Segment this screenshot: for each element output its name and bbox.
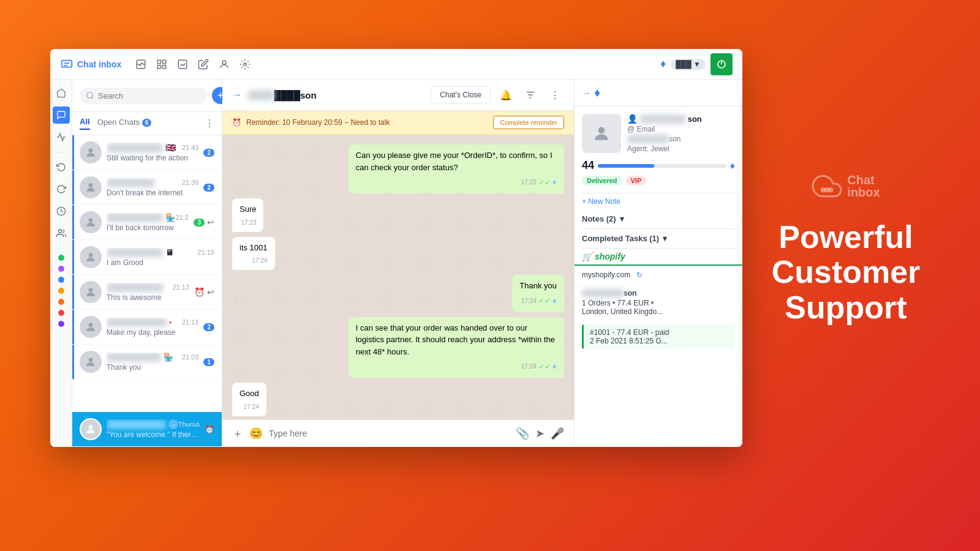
close-chat-button[interactable]: Chat's Close [431, 86, 491, 103]
store-icon: 🏪 [165, 213, 175, 222]
customer-name: 👤 ████████son [627, 114, 735, 124]
diamond-icon: ♦ [660, 58, 666, 70]
sidebar-icon-chat[interactable] [53, 107, 70, 124]
order-item[interactable]: #1001 - 77.4 EUR - paid 2 Feb 2021 8:51:… [582, 324, 735, 349]
svg-point-11 [87, 92, 92, 98]
chat-tab-menu[interactable]: ⋮ [205, 118, 214, 129]
sidebar-icons [50, 80, 72, 447]
svg-point-7 [244, 62, 247, 66]
message-time: 17:24 ✓✓ ♦ [356, 360, 557, 373]
brand-logo-large: Chat inbox [812, 171, 880, 201]
app-logo: Chat inbox [60, 58, 121, 71]
add-input-button[interactable]: ＋ [232, 426, 243, 441]
customer-info: 👤 ████████son @ Email ████████son Agent:… [627, 114, 735, 153]
message-time: 17:24 [239, 256, 268, 265]
dot-green [58, 255, 64, 261]
completed-tasks-section[interactable]: Completed Tasks (1) ▾ [575, 229, 742, 248]
message-bubble: Sure 17:23 [232, 198, 263, 232]
shopify-refresh-button[interactable]: ↻ [636, 271, 643, 279]
diamond-icon4: ♦ [552, 360, 557, 373]
list-item[interactable]: ████████en 🏪 21:03 Thank you 1 [72, 345, 222, 380]
svg-rect-1 [158, 60, 161, 63]
filter-button[interactable] [521, 86, 540, 104]
shopify-tab[interactable]: 🛒 shopify [575, 249, 742, 266]
sidebar-icon-home[interactable] [53, 84, 70, 102]
svg-rect-2 [163, 60, 166, 63]
complete-reminder-button[interactable]: Complete reminder [493, 116, 564, 129]
chat-preview: Don't break the internet [107, 189, 198, 197]
sidebar-icon-stats[interactable] [53, 129, 70, 146]
tab-all[interactable]: All [80, 117, 90, 130]
dot-blue [58, 277, 64, 283]
grid-icon[interactable] [154, 57, 169, 72]
right-panel: → ♦ 👤 ████████son @ Email [574, 80, 742, 447]
emoji-button[interactable]: 😊 [249, 427, 263, 440]
chat-info: ████████ood ● 21:11 Make my day, please [107, 318, 198, 337]
chat-info: ████████sel 🖥 21:15 I am Grood [107, 248, 214, 267]
sidebar-icon-clock[interactable] [53, 203, 70, 220]
inbox-icon[interactable] [134, 57, 148, 72]
power-button[interactable] [710, 53, 733, 75]
avatar [80, 246, 102, 268]
chat-meta: 1 [203, 358, 214, 366]
list-item[interactable]: ████████sel 🖥 21:15 I am Grood [72, 240, 222, 275]
list-item[interactable]: ████████ely 21:13 This is awesome ⏰ ↩ [72, 275, 222, 310]
sidebar-divider-2 [55, 248, 67, 249]
edit-icon[interactable] [196, 57, 211, 72]
list-item[interactable]: ████████ood ● 21:11 Make my day, please … [72, 310, 222, 345]
svg-rect-3 [158, 65, 161, 68]
attach-button[interactable]: 📎 [516, 427, 529, 440]
chat-info: ███████ez 21:39 Don't break the internet [107, 178, 198, 197]
avatar [80, 141, 102, 163]
chart-icon[interactable] [175, 57, 190, 72]
chat-meta: ⏰ [205, 425, 214, 434]
message-bubble: Good 17:24 [232, 383, 266, 416]
person-icon[interactable] [217, 57, 232, 72]
svg-point-13 [89, 183, 93, 187]
order-date: 2 Feb 2021 8:51:25 G... [590, 337, 729, 345]
unread-indicator [72, 310, 74, 344]
chat-main: → ████████son Chat's Close 🔔 ⋮ ⏰ Reminde… [222, 80, 574, 447]
message-time: 17:24 [239, 402, 259, 411]
tab-open-chats[interactable]: Open Chats 6 [97, 118, 152, 129]
chat-name: ████████ood ● [107, 318, 172, 327]
tag-vip: VIP [626, 176, 647, 186]
chat-meta: 2 [203, 323, 214, 331]
more-button[interactable]: ⋮ [546, 86, 564, 104]
notes-section[interactable]: Notes (2) ▾ [575, 209, 742, 228]
message-bubble: I can see that your order was handed ove… [349, 317, 564, 378]
list-item[interactable]: ████████arz 🏪 21:27 I'll be back tomorro… [72, 205, 222, 240]
top-bar: Chat inbox ♦ ███ ▼ [50, 49, 742, 80]
chat-header: → ████████son Chat's Close 🔔 ⋮ [222, 80, 574, 111]
sidebar-icon-refresh2[interactable] [53, 181, 70, 198]
svg-point-17 [89, 323, 93, 327]
active-chat-item[interactable]: ████████son → Thursday "You are welcome.… [72, 412, 222, 447]
brand-text: Chat inbox [847, 174, 880, 198]
message-bubble: Thank you 17:24 ✓✓ ♦ [512, 275, 564, 312]
unread-indicator [72, 205, 74, 239]
sidebar-icon-refresh1[interactable] [53, 159, 70, 176]
customer-email: @ Email [627, 125, 735, 133]
shopify-link-text: myshopify.com [582, 271, 630, 279]
unread-indicator [72, 345, 74, 379]
bell-button[interactable]: 🔔 [497, 86, 515, 104]
svg-point-18 [89, 358, 93, 362]
desktop-icon: 🖥 [165, 248, 173, 257]
voice-button[interactable]: 🎤 [551, 427, 564, 440]
order-info: ████████son 1 Orders • 77.4 EUR • London… [575, 284, 742, 321]
new-note-button[interactable]: + New Note [575, 193, 742, 209]
search-input[interactable] [98, 91, 201, 100]
list-item[interactable]: ██████████ 🇬🇧 21:43 Still waiting for th… [72, 135, 222, 170]
send-button[interactable]: ➤ [535, 427, 545, 440]
list-item[interactable]: ███████ez 21:39 Don't break the internet… [72, 170, 222, 205]
active-chat-name: ████████son → [107, 419, 178, 429]
sidebar-icon-people[interactable] [53, 225, 70, 242]
message-input[interactable] [269, 429, 510, 438]
customer-email-value: ████████son [627, 135, 735, 143]
shopify-link-row: myshopify.com ↻ [575, 266, 742, 284]
settings-icon[interactable] [238, 57, 252, 72]
unread-indicator [72, 275, 74, 309]
user-badge: ███ ▼ [671, 59, 706, 70]
chat-info: ████████ely 21:13 This is awesome [107, 283, 189, 302]
app-title: Chat inbox [77, 59, 121, 69]
